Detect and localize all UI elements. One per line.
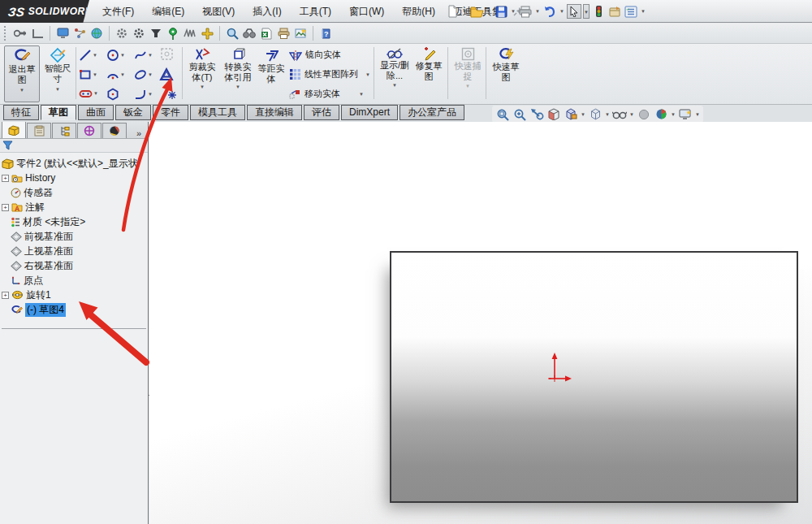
- tab-mold-tools[interactable]: 模具工具: [190, 105, 245, 120]
- display-delete-dropdown-icon[interactable]: ▼: [391, 83, 398, 88]
- undo-icon[interactable]: [542, 4, 557, 19]
- tab-evaluate[interactable]: 评估: [304, 105, 339, 120]
- zoom-fit-icon[interactable]: [495, 106, 511, 122]
- globe-icon[interactable]: [89, 26, 104, 41]
- convert-entities-button[interactable]: 转换实体引用 ▼: [220, 47, 256, 89]
- tree-item-right-plane[interactable]: 右视基准面: [0, 258, 148, 273]
- tree-filter-bar[interactable]: [0, 139, 148, 153]
- print-dropdown-icon[interactable]: ▼: [534, 9, 541, 14]
- configurationmanager-tab[interactable]: [52, 123, 76, 138]
- zoom-area-icon[interactable]: [512, 106, 528, 122]
- spline-tool-button[interactable]: ▼: [134, 49, 153, 62]
- arc-dropdown-icon[interactable]: ▼: [119, 72, 126, 77]
- menu-view[interactable]: 视图(V): [196, 2, 241, 21]
- funnel-dark-icon[interactable]: [149, 26, 163, 41]
- convert-dropdown-icon[interactable]: ▼: [235, 84, 241, 89]
- open-dropdown-icon[interactable]: ▼: [486, 9, 492, 14]
- new-document-icon[interactable]: [445, 4, 460, 19]
- tab-weldments[interactable]: 零件: [153, 105, 188, 120]
- exit-sketch-dropdown-icon[interactable]: ▼: [19, 88, 25, 93]
- options-dropdown-icon[interactable]: ▼: [640, 9, 646, 14]
- toolbar-grip[interactable]: [4, 26, 8, 41]
- tab-features[interactable]: 特征: [3, 105, 39, 120]
- propertymanager-tab[interactable]: [27, 123, 51, 138]
- circle-tool-button[interactable]: ▼: [106, 49, 126, 62]
- monitor-icon[interactable]: [55, 26, 70, 41]
- move-entities-button[interactable]: 移动实体 ▼: [289, 88, 365, 100]
- tree-item-origin[interactable]: 原点: [0, 273, 148, 288]
- tab-direct-editing[interactable]: 直接编辑: [247, 105, 302, 120]
- display-delete-relations-button[interactable]: 显示/删除... ▼: [378, 47, 412, 88]
- smart-dimension-button[interactable]: 智能尺寸 ▼: [41, 45, 74, 102]
- trim-entities-button[interactable]: 剪裁实体(T) ▼: [184, 47, 220, 89]
- tree-item-front-plane[interactable]: 前视基准面: [0, 229, 148, 244]
- panel-chevron-icon[interactable]: »: [136, 128, 141, 138]
- expand-icon[interactable]: +: [2, 175, 9, 182]
- dimxpertmanager-tab[interactable]: [77, 123, 102, 138]
- print-batch-icon[interactable]: [276, 26, 291, 41]
- model-face[interactable]: [390, 251, 798, 503]
- fastener-icon[interactable]: [13, 26, 28, 41]
- rectangle-tool-button[interactable]: ▼: [79, 68, 98, 81]
- linear-pattern-dropdown-icon[interactable]: ▼: [365, 72, 371, 77]
- menu-window[interactable]: 窗口(W): [343, 2, 391, 21]
- save-icon[interactable]: [494, 4, 508, 19]
- view-orientation-dropdown-icon[interactable]: ▼: [580, 112, 586, 117]
- tree-item-history[interactable]: + History: [0, 171, 148, 185]
- circle-dropdown-icon[interactable]: ▼: [119, 53, 126, 58]
- trim-dropdown-icon[interactable]: ▼: [199, 84, 205, 89]
- fillet-tool-button[interactable]: ▼: [134, 88, 153, 101]
- tab-office-products[interactable]: 办公室产品: [400, 105, 464, 120]
- pipe-fitting-icon[interactable]: [200, 26, 214, 41]
- tree-item-top-plane[interactable]: 上视基准面: [0, 244, 148, 258]
- rapid-sketch-button[interactable]: 快速草图: [490, 47, 522, 83]
- menu-help[interactable]: 帮助(H): [395, 2, 442, 21]
- text-tool-button[interactable]: [159, 67, 174, 82]
- displaymanager-tab[interactable]: [102, 123, 127, 138]
- tab-sketch[interactable]: 草图: [41, 105, 76, 120]
- binoculars-icon[interactable]: [242, 26, 257, 41]
- apply-scene-dropdown-icon[interactable]: ▼: [670, 112, 676, 117]
- search-icon[interactable]: [225, 26, 240, 41]
- hide-show-items-icon[interactable]: [611, 106, 628, 122]
- repair-sketch-button[interactable]: 修复草图: [412, 47, 445, 82]
- tab-sheet-metal[interactable]: 钣金: [115, 105, 151, 120]
- view-settings-icon[interactable]: [677, 106, 693, 122]
- print-icon[interactable]: [518, 4, 533, 19]
- tree-item-material[interactable]: 材质 <未指定>: [0, 214, 148, 229]
- ellipse-dropdown-icon[interactable]: ▼: [147, 72, 153, 77]
- angle-icon[interactable]: [30, 26, 45, 41]
- gear-dark-icon[interactable]: [132, 26, 146, 41]
- options-icon[interactable]: [624, 4, 638, 19]
- polygon-tool-button[interactable]: [106, 88, 119, 101]
- share-icon[interactable]: [72, 26, 87, 41]
- slot-tool-button[interactable]: ▼: [79, 88, 99, 99]
- linear-pattern-button[interactable]: 线性草图阵列 ▼: [289, 68, 371, 80]
- ellipse-tool-button[interactable]: ▼: [134, 68, 153, 81]
- featuremanager-tab[interactable]: [2, 122, 26, 138]
- image-export-icon[interactable]: [293, 26, 308, 41]
- apply-scene-icon[interactable]: [653, 106, 669, 122]
- view-orientation-icon[interactable]: [563, 106, 579, 122]
- exit-sketch-button[interactable]: 退出草图 ▼: [4, 45, 40, 102]
- menu-file[interactable]: 文件(F): [96, 2, 140, 21]
- point-tool-button[interactable]: [167, 90, 177, 100]
- tab-surfaces[interactable]: 曲面: [78, 105, 114, 120]
- arc-tool-button[interactable]: ▼: [106, 68, 126, 81]
- line-tool-button[interactable]: ▼: [79, 49, 98, 62]
- line-dropdown-icon[interactable]: ▼: [92, 53, 98, 58]
- tab-dimxpert[interactable]: DimXpert: [341, 105, 398, 120]
- spring-icon[interactable]: [183, 26, 197, 41]
- previous-view-icon[interactable]: [529, 106, 545, 122]
- rectangle-dropdown-icon[interactable]: ▼: [92, 72, 98, 77]
- excel-export-icon[interactable]: [259, 26, 274, 41]
- tree-item-annotations[interactable]: + A 注解: [0, 200, 148, 214]
- undo-dropdown-icon[interactable]: ▼: [559, 9, 565, 14]
- offset-entities-button[interactable]: 等距实体: [255, 50, 287, 84]
- help-book-icon[interactable]: ?: [318, 26, 333, 41]
- hide-show-dropdown-icon[interactable]: ▼: [628, 112, 635, 117]
- expand-icon[interactable]: +: [2, 204, 9, 211]
- rebuild-traffic-light-icon[interactable]: [591, 4, 606, 19]
- tree-item-sketch4[interactable]: (-) 草图4: [0, 302, 148, 317]
- menu-tools[interactable]: 工具(T): [293, 2, 338, 21]
